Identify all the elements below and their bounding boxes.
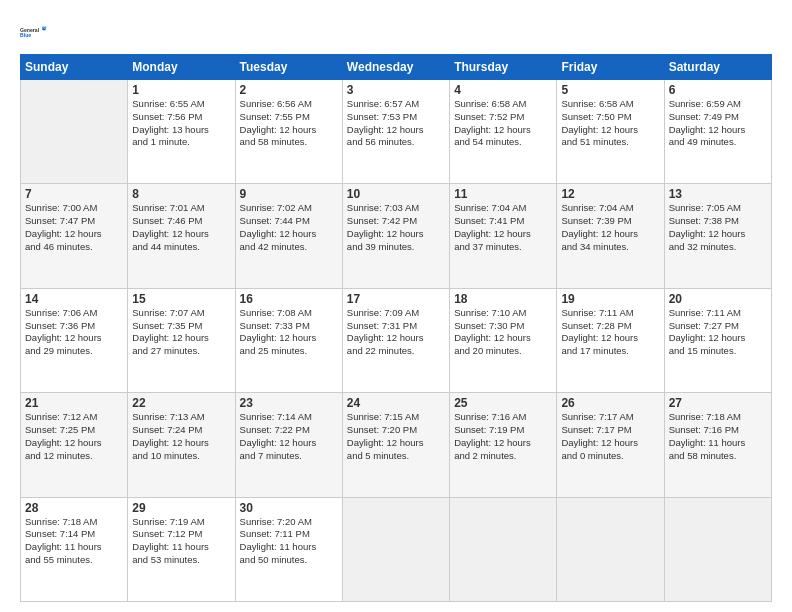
- calendar-cell: [557, 497, 664, 601]
- day-header-wednesday: Wednesday: [342, 55, 449, 80]
- calendar-cell: 4Sunrise: 6:58 AM Sunset: 7:52 PM Daylig…: [450, 80, 557, 184]
- calendar-cell: 23Sunrise: 7:14 AM Sunset: 7:22 PM Dayli…: [235, 393, 342, 497]
- day-header-sunday: Sunday: [21, 55, 128, 80]
- day-header-friday: Friday: [557, 55, 664, 80]
- calendar-cell: 15Sunrise: 7:07 AM Sunset: 7:35 PM Dayli…: [128, 288, 235, 392]
- day-info: Sunrise: 7:05 AM Sunset: 7:38 PM Dayligh…: [669, 202, 767, 253]
- day-number: 17: [347, 292, 445, 306]
- day-number: 28: [25, 501, 123, 515]
- day-number: 22: [132, 396, 230, 410]
- calendar-cell: 26Sunrise: 7:17 AM Sunset: 7:17 PM Dayli…: [557, 393, 664, 497]
- day-number: 1: [132, 83, 230, 97]
- day-info: Sunrise: 7:14 AM Sunset: 7:22 PM Dayligh…: [240, 411, 338, 462]
- calendar-cell: 19Sunrise: 7:11 AM Sunset: 7:28 PM Dayli…: [557, 288, 664, 392]
- calendar-cell: [450, 497, 557, 601]
- day-number: 8: [132, 187, 230, 201]
- day-info: Sunrise: 7:10 AM Sunset: 7:30 PM Dayligh…: [454, 307, 552, 358]
- day-info: Sunrise: 7:16 AM Sunset: 7:19 PM Dayligh…: [454, 411, 552, 462]
- calendar-cell: [21, 80, 128, 184]
- day-info: Sunrise: 7:18 AM Sunset: 7:14 PM Dayligh…: [25, 516, 123, 567]
- day-number: 23: [240, 396, 338, 410]
- calendar-week-row: 7Sunrise: 7:00 AM Sunset: 7:47 PM Daylig…: [21, 184, 772, 288]
- day-number: 18: [454, 292, 552, 306]
- calendar-cell: 29Sunrise: 7:19 AM Sunset: 7:12 PM Dayli…: [128, 497, 235, 601]
- calendar-cell: 12Sunrise: 7:04 AM Sunset: 7:39 PM Dayli…: [557, 184, 664, 288]
- day-info: Sunrise: 7:09 AM Sunset: 7:31 PM Dayligh…: [347, 307, 445, 358]
- day-number: 15: [132, 292, 230, 306]
- day-number: 13: [669, 187, 767, 201]
- day-info: Sunrise: 7:01 AM Sunset: 7:46 PM Dayligh…: [132, 202, 230, 253]
- day-number: 25: [454, 396, 552, 410]
- day-header-thursday: Thursday: [450, 55, 557, 80]
- day-number: 21: [25, 396, 123, 410]
- calendar-week-row: 14Sunrise: 7:06 AM Sunset: 7:36 PM Dayli…: [21, 288, 772, 392]
- calendar-cell: 28Sunrise: 7:18 AM Sunset: 7:14 PM Dayli…: [21, 497, 128, 601]
- calendar-cell: 27Sunrise: 7:18 AM Sunset: 7:16 PM Dayli…: [664, 393, 771, 497]
- calendar-cell: 10Sunrise: 7:03 AM Sunset: 7:42 PM Dayli…: [342, 184, 449, 288]
- day-number: 9: [240, 187, 338, 201]
- day-header-monday: Monday: [128, 55, 235, 80]
- day-info: Sunrise: 7:19 AM Sunset: 7:12 PM Dayligh…: [132, 516, 230, 567]
- day-info: Sunrise: 7:03 AM Sunset: 7:42 PM Dayligh…: [347, 202, 445, 253]
- day-header-saturday: Saturday: [664, 55, 771, 80]
- day-number: 12: [561, 187, 659, 201]
- day-info: Sunrise: 7:06 AM Sunset: 7:36 PM Dayligh…: [25, 307, 123, 358]
- calendar-cell: 7Sunrise: 7:00 AM Sunset: 7:47 PM Daylig…: [21, 184, 128, 288]
- day-number: 7: [25, 187, 123, 201]
- calendar: SundayMondayTuesdayWednesdayThursdayFrid…: [20, 54, 772, 602]
- calendar-week-row: 1Sunrise: 6:55 AM Sunset: 7:56 PM Daylig…: [21, 80, 772, 184]
- calendar-cell: 2Sunrise: 6:56 AM Sunset: 7:55 PM Daylig…: [235, 80, 342, 184]
- day-info: Sunrise: 7:04 AM Sunset: 7:39 PM Dayligh…: [561, 202, 659, 253]
- calendar-cell: 1Sunrise: 6:55 AM Sunset: 7:56 PM Daylig…: [128, 80, 235, 184]
- calendar-cell: 16Sunrise: 7:08 AM Sunset: 7:33 PM Dayli…: [235, 288, 342, 392]
- day-info: Sunrise: 7:18 AM Sunset: 7:16 PM Dayligh…: [669, 411, 767, 462]
- calendar-cell: 8Sunrise: 7:01 AM Sunset: 7:46 PM Daylig…: [128, 184, 235, 288]
- day-info: Sunrise: 6:58 AM Sunset: 7:50 PM Dayligh…: [561, 98, 659, 149]
- header: GeneralBlue: [20, 18, 772, 46]
- day-number: 5: [561, 83, 659, 97]
- calendar-cell: 14Sunrise: 7:06 AM Sunset: 7:36 PM Dayli…: [21, 288, 128, 392]
- calendar-cell: 22Sunrise: 7:13 AM Sunset: 7:24 PM Dayli…: [128, 393, 235, 497]
- logo: GeneralBlue: [20, 18, 48, 46]
- calendar-cell: 3Sunrise: 6:57 AM Sunset: 7:53 PM Daylig…: [342, 80, 449, 184]
- day-info: Sunrise: 6:57 AM Sunset: 7:53 PM Dayligh…: [347, 98, 445, 149]
- svg-text:General: General: [20, 27, 40, 33]
- logo-icon: GeneralBlue: [20, 18, 48, 46]
- calendar-cell: 18Sunrise: 7:10 AM Sunset: 7:30 PM Dayli…: [450, 288, 557, 392]
- day-info: Sunrise: 7:11 AM Sunset: 7:27 PM Dayligh…: [669, 307, 767, 358]
- calendar-cell: 21Sunrise: 7:12 AM Sunset: 7:25 PM Dayli…: [21, 393, 128, 497]
- calendar-cell: 24Sunrise: 7:15 AM Sunset: 7:20 PM Dayli…: [342, 393, 449, 497]
- calendar-cell: 6Sunrise: 6:59 AM Sunset: 7:49 PM Daylig…: [664, 80, 771, 184]
- calendar-cell: 17Sunrise: 7:09 AM Sunset: 7:31 PM Dayli…: [342, 288, 449, 392]
- calendar-cell: 20Sunrise: 7:11 AM Sunset: 7:27 PM Dayli…: [664, 288, 771, 392]
- day-number: 20: [669, 292, 767, 306]
- day-info: Sunrise: 6:56 AM Sunset: 7:55 PM Dayligh…: [240, 98, 338, 149]
- day-info: Sunrise: 6:58 AM Sunset: 7:52 PM Dayligh…: [454, 98, 552, 149]
- calendar-cell: 11Sunrise: 7:04 AM Sunset: 7:41 PM Dayli…: [450, 184, 557, 288]
- svg-text:Blue: Blue: [20, 32, 31, 38]
- day-number: 19: [561, 292, 659, 306]
- calendar-cell: 25Sunrise: 7:16 AM Sunset: 7:19 PM Dayli…: [450, 393, 557, 497]
- day-info: Sunrise: 7:04 AM Sunset: 7:41 PM Dayligh…: [454, 202, 552, 253]
- day-number: 6: [669, 83, 767, 97]
- day-info: Sunrise: 6:59 AM Sunset: 7:49 PM Dayligh…: [669, 98, 767, 149]
- day-number: 10: [347, 187, 445, 201]
- calendar-cell: 9Sunrise: 7:02 AM Sunset: 7:44 PM Daylig…: [235, 184, 342, 288]
- day-header-tuesday: Tuesday: [235, 55, 342, 80]
- day-info: Sunrise: 7:11 AM Sunset: 7:28 PM Dayligh…: [561, 307, 659, 358]
- day-number: 16: [240, 292, 338, 306]
- day-number: 11: [454, 187, 552, 201]
- calendar-cell: 5Sunrise: 6:58 AM Sunset: 7:50 PM Daylig…: [557, 80, 664, 184]
- day-info: Sunrise: 7:02 AM Sunset: 7:44 PM Dayligh…: [240, 202, 338, 253]
- day-number: 3: [347, 83, 445, 97]
- day-number: 4: [454, 83, 552, 97]
- day-number: 26: [561, 396, 659, 410]
- day-info: Sunrise: 7:17 AM Sunset: 7:17 PM Dayligh…: [561, 411, 659, 462]
- calendar-cell: 30Sunrise: 7:20 AM Sunset: 7:11 PM Dayli…: [235, 497, 342, 601]
- calendar-week-row: 21Sunrise: 7:12 AM Sunset: 7:25 PM Dayli…: [21, 393, 772, 497]
- day-number: 30: [240, 501, 338, 515]
- calendar-header-row: SundayMondayTuesdayWednesdayThursdayFrid…: [21, 55, 772, 80]
- day-info: Sunrise: 7:20 AM Sunset: 7:11 PM Dayligh…: [240, 516, 338, 567]
- day-number: 29: [132, 501, 230, 515]
- day-info: Sunrise: 7:07 AM Sunset: 7:35 PM Dayligh…: [132, 307, 230, 358]
